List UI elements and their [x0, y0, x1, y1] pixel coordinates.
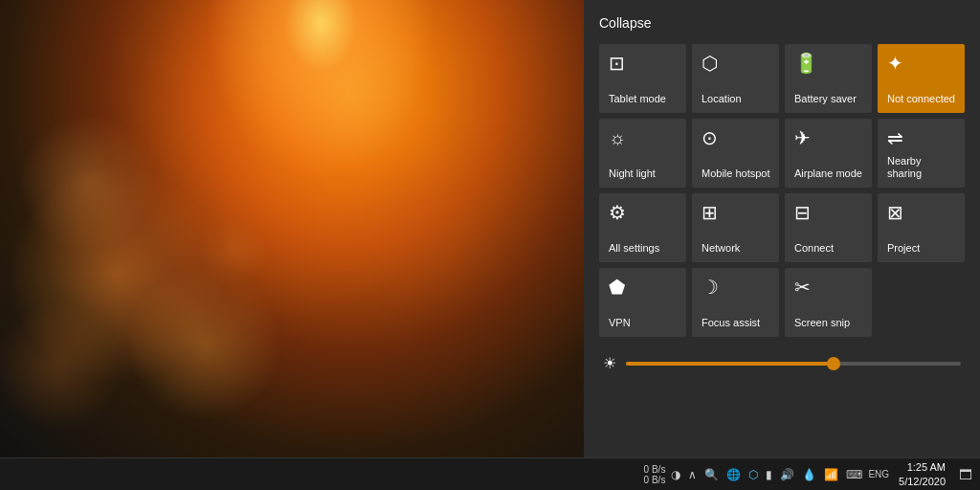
bluetooth-label: Not connected	[887, 93, 957, 105]
network-stats: 0 B/s 0 B/s	[644, 464, 666, 485]
tile-connect[interactable]: ⊟Connect	[785, 193, 872, 262]
vpn-label: VPN	[609, 317, 679, 329]
keyboard-icon[interactable]: ⌨	[844, 468, 864, 481]
notification-button[interactable]: 🗖	[955, 467, 976, 482]
battery-taskbar-icon: ▮	[764, 468, 774, 481]
globe-icon[interactable]: 🌐	[724, 468, 743, 481]
focus-assist-icon: ☽	[702, 278, 771, 297]
tablet-mode-label: Tablet mode	[609, 93, 679, 105]
tile-vpn[interactable]: ⬟VPN	[599, 268, 686, 337]
airplane-mode-icon: ✈	[794, 128, 864, 147]
connect-label: Connect	[794, 242, 864, 255]
tile-tablet-mode[interactable]: ⊡Tablet mode	[599, 44, 686, 113]
night-light-label: Night light	[609, 167, 679, 180]
tiles-grid: ⊡Tablet mode⬡Location🔋Battery saver✦Not …	[599, 44, 965, 337]
network-label: Network	[702, 242, 771, 255]
volume-icon[interactable]: 🔊	[778, 468, 796, 481]
tile-airplane-mode[interactable]: ✈Airplane mode	[785, 119, 872, 188]
clock: 1:25 AM 5/12/2020	[893, 460, 951, 488]
all-settings-icon: ⚙	[609, 203, 679, 222]
language-indicator[interactable]: ENG	[868, 469, 889, 479]
wifi-icon[interactable]: 📶	[822, 468, 840, 481]
taskbar: 0 B/s 0 B/s ◑ ∧ 🔍 🌐 ⬡ ▮ 🔊 💧 📶 ⌨ ENG 1:25…	[0, 457, 980, 490]
connect-icon: ⊟	[794, 203, 864, 222]
brightness-thumb	[827, 357, 840, 370]
tile-project[interactable]: ⊠Project	[878, 193, 965, 262]
nearby-sharing-label: Nearby sharing	[887, 155, 957, 180]
tablet-mode-icon: ⊡	[609, 54, 679, 73]
mobile-hotspot-label: Mobile hotspot	[702, 167, 771, 180]
battery-saver-icon: 🔋	[794, 54, 864, 73]
tile-mobile-hotspot[interactable]: ⊙Mobile hotspot	[692, 119, 779, 188]
network-upload: 0 B/s	[644, 464, 666, 475]
network-icon: ⊞	[702, 203, 771, 222]
brightness-icon: ☀	[603, 354, 616, 372]
chevron-icon[interactable]: ∧	[686, 468, 699, 481]
mobile-hotspot-icon: ⊙	[702, 128, 771, 147]
tile-bluetooth[interactable]: ✦Not connected	[878, 44, 965, 113]
night-light-icon: ☼	[609, 128, 679, 147]
clock-date: 5/12/2020	[899, 475, 946, 488]
battery-saver-label: Battery saver	[794, 93, 864, 105]
tile-nearby-sharing[interactable]: ⇌Nearby sharing	[878, 119, 965, 188]
tile-all-settings[interactable]: ⚙All settings	[599, 193, 686, 262]
airplane-mode-label: Airplane mode	[794, 167, 864, 180]
tile-battery-saver[interactable]: 🔋Battery saver	[785, 44, 872, 113]
project-label: Project	[887, 242, 957, 255]
action-center: Collapse ⊡Tablet mode⬡Location🔋Battery s…	[584, 0, 980, 457]
brightness-slider[interactable]	[626, 362, 961, 366]
location-label: Location	[702, 93, 771, 105]
tile-night-light[interactable]: ☼Night light	[599, 119, 686, 188]
tile-network[interactable]: ⊞Network	[692, 193, 779, 262]
search-taskbar-icon[interactable]: 🔍	[702, 468, 721, 481]
all-settings-label: All settings	[609, 242, 679, 255]
focus-assist-label: Focus assist	[702, 317, 771, 329]
network-download: 0 B/s	[644, 475, 666, 485]
screen-snip-icon: ✂	[794, 278, 864, 297]
collapse-button[interactable]: Collapse	[599, 15, 651, 31]
bluetooth-icon: ✦	[887, 54, 957, 73]
tile-focus-assist[interactable]: ☽Focus assist	[692, 268, 779, 337]
tile-screen-snip[interactable]: ✂Screen snip	[785, 268, 872, 337]
screen-snip-label: Screen snip	[794, 317, 864, 329]
brightness-row: ☀	[599, 354, 965, 372]
nearby-sharing-icon: ⇌	[887, 128, 957, 147]
location-icon: ⬡	[702, 54, 771, 73]
clock-time: 1:25 AM	[899, 460, 946, 474]
wallpaper	[0, 0, 584, 457]
vpn-icon: ⬟	[609, 278, 679, 297]
bluetooth-taskbar-icon[interactable]: ⬡	[746, 468, 760, 481]
water-icon: 💧	[800, 468, 818, 481]
project-icon: ⊠	[887, 203, 957, 222]
taskbar-right: 0 B/s 0 B/s ◑ ∧ 🔍 🌐 ⬡ ▮ 🔊 💧 📶 ⌨ ENG 1:25…	[644, 460, 976, 488]
brightness-fill	[626, 362, 834, 366]
half-circle-icon: ◑	[669, 468, 682, 481]
tile-location[interactable]: ⬡Location	[692, 44, 779, 113]
